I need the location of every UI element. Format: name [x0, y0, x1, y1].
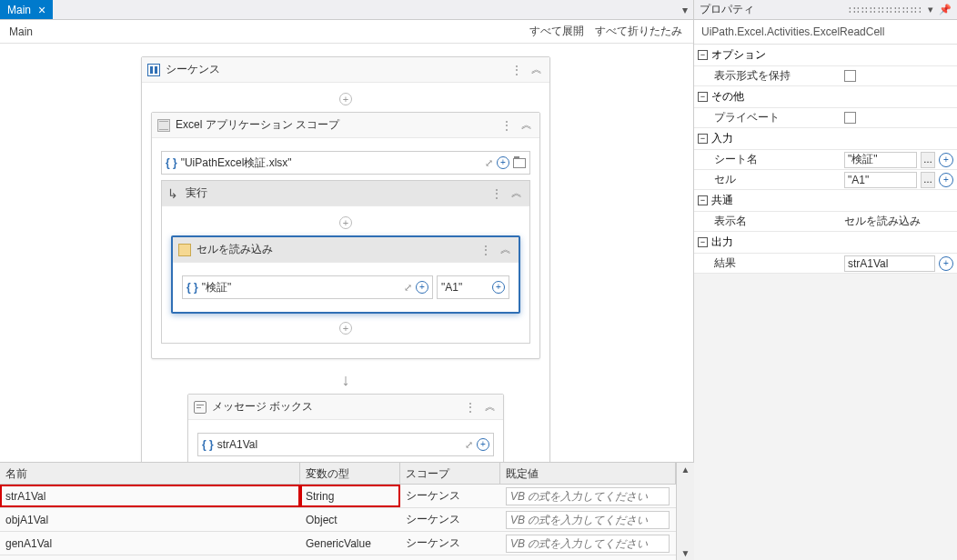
panel-drag-icon[interactable]: ∷∷∷∷∷∷∷∷∷ [849, 4, 922, 16]
var-default[interactable] [500, 532, 676, 555]
prop-cell-input[interactable]: "A1" [844, 172, 917, 188]
add-expr-icon[interactable]: + [497, 156, 509, 169]
ellipsis-button[interactable]: … [921, 152, 935, 168]
variable-row[interactable]: strA1ValStringシーケンス [0, 485, 676, 508]
scroll-down-icon[interactable]: ▼ [680, 546, 692, 560]
activity-sequence[interactable]: シーケンス ⋮ ︽ + Excel アプリケーション スコープ [141, 56, 550, 462]
message-text-input[interactable]: { } strA1Val ⤢ + [197, 433, 494, 456]
add-expr-icon[interactable]: + [416, 281, 428, 294]
col-name[interactable]: 名前 [0, 463, 300, 484]
prop-preserve-format-label: 表示形式を保持 [694, 68, 844, 84]
read-cell-icon [178, 244, 191, 256]
collapse-icon[interactable]: ︽ [519, 117, 534, 133]
more-icon[interactable]: ⋮ [478, 244, 493, 256]
expand-all[interactable]: すべて展開 [524, 22, 589, 41]
expression-icon: { } [202, 438, 214, 451]
more-icon[interactable]: ⋮ [489, 187, 504, 200]
activity-exec[interactable]: ↳ 実行 ⋮ ︽ + [161, 180, 530, 344]
pin-icon[interactable]: 📌 [939, 4, 952, 15]
collapse-icon[interactable]: ︽ [499, 242, 513, 257]
prop-result-label: 結果 [694, 255, 844, 271]
add-expr-icon[interactable]: + [939, 256, 953, 271]
add-expr-icon[interactable]: + [939, 173, 953, 187]
breadcrumb-main[interactable]: Main [5, 24, 36, 40]
scroll-up-icon[interactable]: ▲ [680, 463, 692, 476]
var-type[interactable]: Object [300, 508, 400, 531]
category-option[interactable]: −オプション [694, 45, 957, 66]
prop-sheet-input[interactable]: "検証" [844, 152, 917, 168]
workflow-canvas[interactable]: シーケンス ⋮ ︽ + Excel アプリケーション スコープ [0, 44, 693, 462]
excel-path-input[interactable]: { } "UiPathExcel検証.xlsx" ⤢ + [161, 151, 530, 175]
message-icon [194, 401, 207, 414]
collapse-icon[interactable]: ︽ [509, 185, 524, 201]
collapse-box-icon: − [698, 195, 708, 205]
expand-expr-icon[interactable]: ⤢ [404, 282, 412, 294]
add-expr-icon[interactable]: + [492, 281, 505, 294]
var-name[interactable]: genA1Val [0, 532, 300, 555]
tab-main[interactable]: Main × [0, 0, 53, 19]
category-input[interactable]: −入力 [694, 128, 957, 150]
excel-icon [157, 119, 170, 132]
var-type[interactable]: String [300, 485, 400, 507]
col-type[interactable]: 変数の型 [300, 463, 400, 484]
var-default-input[interactable] [506, 535, 670, 553]
prop-display-name-value[interactable]: セルを読み込み [844, 214, 953, 229]
preserve-format-checkbox[interactable] [844, 70, 856, 82]
var-default[interactable] [500, 508, 676, 531]
excel-scope-title: Excel アプリケーション スコープ [176, 117, 494, 133]
variables-scrollbar[interactable]: ▲ ▼ [676, 463, 694, 560]
expression-icon: { } [166, 156, 177, 169]
add-node-top[interactable]: + [151, 92, 540, 105]
expand-expr-icon[interactable]: ⤢ [485, 157, 493, 169]
more-icon[interactable]: ⋮ [499, 119, 514, 132]
category-misc[interactable]: −その他 [694, 86, 957, 108]
sequence-title: シーケンス [166, 62, 504, 77]
collapse-icon[interactable]: ︽ [529, 62, 544, 77]
dropdown-icon[interactable]: ▾ [928, 4, 933, 15]
collapse-box-icon: − [698, 134, 708, 144]
read-cell-sheet-input[interactable]: { } "検証" ⤢ + [182, 275, 433, 299]
collapse-all[interactable]: すべて折りたたみ [589, 22, 688, 41]
close-icon[interactable]: × [38, 4, 45, 16]
var-default[interactable] [500, 485, 676, 507]
ellipsis-button[interactable]: … [921, 172, 935, 188]
activity-excel-scope[interactable]: Excel アプリケーション スコープ ⋮ ︽ { } "UiPathExcel… [151, 112, 540, 359]
prop-display-name-label: 表示名 [694, 214, 844, 229]
prop-result-input[interactable]: strA1Val [844, 255, 935, 272]
var-default-input[interactable] [506, 511, 670, 529]
prop-cell-label: セル [694, 172, 844, 187]
var-type[interactable]: GenericValue [300, 532, 400, 555]
private-checkbox[interactable] [844, 112, 856, 124]
category-output[interactable]: −出力 [694, 232, 957, 254]
collapse-box-icon: − [698, 92, 708, 102]
expand-expr-icon[interactable]: ⤢ [465, 439, 473, 451]
read-cell-cell-input[interactable]: "A1" + [437, 275, 509, 299]
add-expr-icon[interactable]: + [939, 153, 953, 167]
var-name[interactable]: strA1Val [0, 485, 300, 507]
browse-file-icon[interactable] [513, 158, 526, 168]
activity-message-box[interactable]: メッセージ ボックス ⋮ ︽ { } strA1Val ⤢ + [187, 394, 504, 462]
add-node[interactable]: + [171, 215, 520, 228]
expression-icon: { } [186, 281, 198, 294]
breadcrumb: Main すべて展開 すべて折りたたみ [0, 20, 693, 44]
more-icon[interactable]: ⋮ [463, 401, 478, 414]
category-common[interactable]: −共通 [694, 190, 957, 212]
var-default-input[interactable] [506, 487, 670, 505]
more-icon[interactable]: ⋮ [509, 64, 524, 76]
properties-panel: プロパティ ∷∷∷∷∷∷∷∷∷ ▾ 📌 UiPath.Excel.Activit… [694, 0, 957, 560]
var-name[interactable]: objA1Val [0, 508, 300, 531]
add-expr-icon[interactable]: + [477, 438, 489, 451]
sequence-icon [147, 64, 160, 76]
activity-read-cell[interactable]: セルを読み込み ⋮ ︽ [171, 235, 520, 314]
col-default[interactable]: 既定値 [500, 463, 676, 484]
var-scope[interactable]: シーケンス [400, 532, 500, 555]
collapse-icon[interactable]: ︽ [483, 399, 498, 415]
add-node[interactable]: + [171, 321, 520, 334]
var-scope[interactable]: シーケンス [400, 508, 500, 531]
variable-row[interactable]: genA1ValGenericValueシーケンス [0, 532, 676, 555]
tab-dropdown[interactable]: ▾ [677, 0, 693, 19]
col-scope[interactable]: スコープ [400, 463, 500, 484]
var-scope[interactable]: シーケンス [400, 485, 500, 507]
variable-row[interactable]: objA1ValObjectシーケンス [0, 508, 676, 532]
properties-title: プロパティ [700, 2, 843, 17]
